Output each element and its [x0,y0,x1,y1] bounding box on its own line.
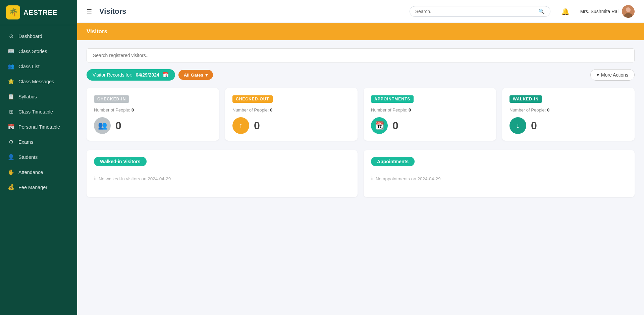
more-actions-button[interactable]: ▾ More Actions [590,69,635,81]
stat-icon: ↑ [232,117,249,134]
page-banner: Visitors [77,23,644,40]
bell-icon[interactable]: 🔔 [561,7,570,15]
content-area: Visitor Records for: 04/29/2024 📅 All Ga… [77,40,644,315]
section-tag: Walked-in Visitors [94,157,147,166]
stats-grid: CHECKED-IN Number of People: 0 👥 0 CHECK… [87,88,635,141]
stat-number: 0 [254,120,260,132]
stat-card-walked-in: WALKED-IN Number of People: 0 ↓ 0 [502,88,635,141]
stat-count: 0 [547,107,549,113]
sidebar-item-label: Fee Manager [18,185,47,190]
gates-filter-button[interactable]: All Gates ▾ [178,70,213,80]
stat-number: 0 [115,120,121,132]
empty-text: No walked-in visitors on 2024-04-29 [99,176,171,181]
stat-number: 0 [531,120,537,132]
sidebar-icon: ⊞ [8,108,14,115]
visitor-search-input[interactable] [87,48,635,62]
user-profile[interactable]: Mrs. Sushmita Rai [580,5,635,18]
sidebar-item-class-messages[interactable]: ⭐ Class Messages [0,74,77,89]
sidebar-icon: 📅 [8,124,14,130]
sidebar-item-label: Exams [18,139,33,145]
section-empty-message: ℹ No appointments on 2024-04-29 [371,172,627,185]
filter-date: 04/29/2024 [136,72,159,78]
stat-bottom: 👥 0 [94,117,212,134]
search-input[interactable] [415,9,536,14]
sidebar-icon: 📖 [8,48,14,54]
sidebar-item-dashboard[interactable]: ⊙ Dashboard [0,29,77,44]
sidebar-item-label: Syllabus [18,94,37,99]
app-name: AESTREE [23,9,57,16]
section-walked-in-visitors: Walked-in Visitors ℹ No walked-in visito… [87,150,358,197]
bottom-sections: Walked-in Visitors ℹ No walked-in visito… [87,150,635,197]
page-title: Visitors [99,7,126,16]
sidebar-item-students[interactable]: 👤 Students [0,149,77,165]
sidebar-icon: ⭐ [8,78,14,85]
section-appointments: Appointments ℹ No appointments on 2024-0… [364,150,635,197]
avatar [622,5,635,18]
stat-badge: CHECKED-IN [94,95,129,103]
section-tag: Appointments [371,157,415,166]
sidebar-item-attendance[interactable]: ✋ Attendance [0,165,77,180]
sidebar-icon: 💰 [8,184,14,190]
info-icon: ℹ [94,176,96,182]
stat-count: 0 [131,107,134,113]
header: ☰ Visitors 🔍 🔔 Mrs. Sushmita Rai [77,0,644,23]
stat-badge: CHECKED-OUT [232,95,273,103]
gates-label: All Gates [184,73,204,78]
filter-records: Visitor Records for: 04/29/2024 📅 [87,69,175,81]
stat-count: 0 [270,107,272,113]
stat-card-appointments: APPOINTMENTS Number of People: 0 📆 0 [364,88,496,141]
filter-records-label: Visitor Records for: [93,72,132,78]
sidebar-item-class-stories[interactable]: 📖 Class Stories [0,44,77,59]
stat-icon: ↓ [509,117,526,134]
sidebar-icon: ⊙ [8,33,14,39]
sidebar-item-label: Dashboard [18,34,42,39]
sidebar-item-class-timetable[interactable]: ⊞ Class Timetable [0,104,77,119]
stat-bottom: 📆 0 [371,117,489,134]
sidebar-item-personal-timetable[interactable]: 📅 Personal Timetable [0,119,77,134]
search-bar: 🔍 [410,6,550,17]
stat-bottom: ↓ 0 [509,117,627,134]
sidebar-icon: 📋 [8,93,14,100]
sidebar-icon: ⚙ [8,139,14,145]
main-area: ☰ Visitors 🔍 🔔 Mrs. Sushmita Rai Visitor… [77,0,644,315]
stat-bottom: ↑ 0 [232,117,350,134]
username: Mrs. Sushmita Rai [580,9,619,14]
sidebar-item-fee-manager[interactable]: 💰 Fee Manager [0,180,77,195]
sidebar-item-label: Class Messages [18,79,54,84]
sidebar-item-label: Attendance [18,170,43,175]
svg-point-1 [626,7,631,12]
menu-icon[interactable]: ☰ [87,8,92,15]
sidebar-item-label: Students [18,154,38,160]
stat-number: 0 [392,120,398,132]
sidebar-nav: ⊙ Dashboard📖 Class Stories👥 Class List⭐ … [0,25,77,198]
more-actions-label: More Actions [601,72,628,78]
chevron-down-icon: ▾ [205,72,208,78]
stat-count-label: Number of People: 0 [94,107,212,113]
sidebar-item-exams[interactable]: ⚙ Exams [0,134,77,149]
stat-icon: 📆 [371,117,388,134]
sidebar-logo: 🌴 AESTREE [0,0,77,25]
section-empty-message: ℹ No walked-in visitors on 2024-04-29 [94,172,350,185]
sidebar-icon: 👤 [8,154,14,160]
search-icon: 🔍 [538,8,545,14]
sidebar-item-syllabus[interactable]: 📋 Syllabus [0,89,77,104]
sidebar-icon: 👥 [8,63,14,70]
sidebar-item-label: Class List [18,64,40,69]
sidebar-item-class-list[interactable]: 👥 Class List [0,59,77,74]
calendar-icon: 📅 [163,72,169,78]
filter-bar: Visitor Records for: 04/29/2024 📅 All Ga… [87,69,635,81]
sidebar: 🌴 AESTREE ⊙ Dashboard📖 Class Stories👥 Cl… [0,0,77,315]
stat-count-label: Number of People: 0 [371,107,489,113]
logo-icon: 🌴 [6,5,20,19]
stat-badge: APPOINTMENTS [371,95,414,103]
sidebar-item-label: Personal Timetable [18,124,60,130]
stat-count-label: Number of People: 0 [232,107,350,113]
sidebar-icon: ✋ [8,169,14,175]
stat-card-checked-out: CHECKED-OUT Number of People: 0 ↑ 0 [225,88,358,141]
info-icon: ℹ [371,176,373,182]
stat-badge: WALKED-IN [509,95,542,103]
sidebar-item-label: Class Timetable [18,109,53,115]
stat-card-checked-in: CHECKED-IN Number of People: 0 👥 0 [87,88,219,141]
stat-count-label: Number of People: 0 [509,107,627,113]
sidebar-item-label: Class Stories [18,49,47,54]
